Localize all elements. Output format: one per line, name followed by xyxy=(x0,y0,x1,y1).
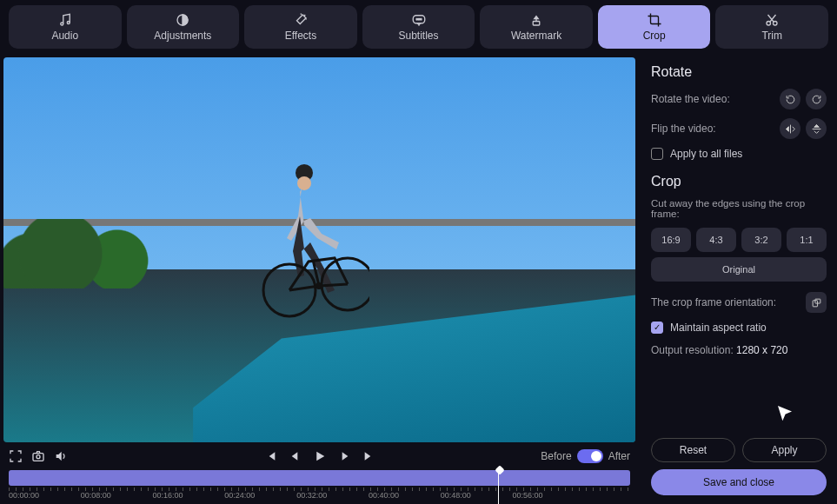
orientation-button[interactable] xyxy=(806,292,827,313)
output-res-label: Output resolution: xyxy=(651,344,734,356)
frame-back-button[interactable] xyxy=(288,449,302,463)
save-close-button[interactable]: Save and close xyxy=(651,469,827,495)
crop-heading: Crop xyxy=(651,174,827,189)
before-label: Before xyxy=(541,450,571,462)
rotate-label: Rotate the video: xyxy=(651,93,730,105)
ratio-4-3-button[interactable]: 4:3 xyxy=(696,228,736,252)
apply-all-checkbox[interactable] xyxy=(651,148,663,160)
tab-subtitles[interactable]: Subtitles xyxy=(362,5,475,49)
skip-end-button[interactable] xyxy=(362,449,376,463)
svg-point-5 xyxy=(418,19,420,21)
svg-point-1 xyxy=(67,22,70,24)
rotate-ccw-button[interactable] xyxy=(780,89,800,109)
cursor-icon xyxy=(776,405,794,422)
reset-button[interactable]: Reset xyxy=(651,438,735,462)
frame-forward-button[interactable] xyxy=(338,449,352,463)
ratio-1-1-button[interactable]: 1:1 xyxy=(787,228,827,252)
svg-rect-15 xyxy=(33,454,43,461)
skip-start-button[interactable] xyxy=(263,449,277,463)
flip-vertical-button[interactable] xyxy=(806,118,827,139)
output-res-value: 1280 x 720 xyxy=(736,344,787,356)
preview-content xyxy=(256,127,369,358)
svg-point-14 xyxy=(316,282,322,289)
flip-label: Flip the video: xyxy=(651,123,716,135)
svg-point-0 xyxy=(61,23,63,25)
ratio-original-button[interactable]: Original xyxy=(651,257,827,282)
tab-effects[interactable]: Effects xyxy=(244,5,357,49)
snapshot-button[interactable] xyxy=(31,449,45,463)
tab-audio[interactable]: Audio xyxy=(9,5,122,49)
ratio-3-2-button[interactable]: 3:2 xyxy=(741,228,781,252)
flip-horizontal-button[interactable] xyxy=(780,118,800,139)
svg-point-11 xyxy=(297,176,311,190)
after-label: After xyxy=(608,450,630,462)
timeline-ruler: 00:00:00 00:08:00 00:16:00 00:24:00 00:3… xyxy=(9,491,630,501)
apply-button[interactable]: Apply xyxy=(742,438,827,462)
svg-point-4 xyxy=(416,19,418,21)
svg-point-16 xyxy=(37,455,40,459)
crop-desc: Cut away the edges using the crop frame: xyxy=(651,198,827,219)
svg-rect-7 xyxy=(533,22,540,26)
volume-button[interactable] xyxy=(54,449,68,463)
timeline-scrubber[interactable] xyxy=(9,470,630,486)
svg-point-6 xyxy=(420,19,422,21)
ratio-16-9-button[interactable]: 16:9 xyxy=(651,228,691,252)
play-button[interactable] xyxy=(312,448,328,464)
fullscreen-button[interactable] xyxy=(9,449,23,463)
maintain-ratio-checkbox[interactable] xyxy=(651,322,663,334)
video-preview[interactable] xyxy=(3,57,635,442)
tab-adjustments[interactable]: Adjustments xyxy=(127,5,240,49)
apply-all-label: Apply to all files xyxy=(670,148,742,160)
orientation-label: The crop frame orientation: xyxy=(651,296,776,308)
tab-watermark[interactable]: Watermark xyxy=(480,5,593,49)
before-after-toggle[interactable] xyxy=(577,449,603,463)
tab-crop[interactable]: Crop xyxy=(598,5,711,49)
maintain-ratio-label: Maintain aspect ratio xyxy=(670,322,767,334)
rotate-cw-button[interactable] xyxy=(806,89,827,109)
tab-trim[interactable]: Trim xyxy=(715,5,828,49)
rotate-heading: Rotate xyxy=(651,64,827,80)
